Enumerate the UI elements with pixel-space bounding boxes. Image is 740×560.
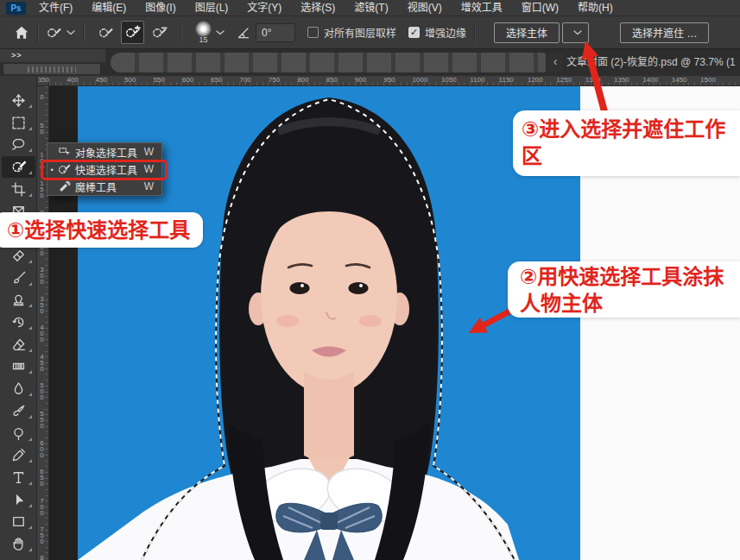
ruler-label: 800 bbox=[38, 554, 46, 560]
history-brush-tool[interactable] bbox=[2, 311, 35, 333]
quick-selection-tool[interactable] bbox=[2, 156, 35, 178]
dodge-tool[interactable] bbox=[2, 423, 35, 444]
chevron-down-icon[interactable] bbox=[216, 30, 225, 35]
flyout-quick-selection-tool[interactable]: ▪ 快速选择工具 W bbox=[47, 160, 161, 178]
menu-filter[interactable]: 滤镜(T) bbox=[345, 0, 397, 16]
tool-preset-picker[interactable] bbox=[47, 25, 75, 41]
separator bbox=[474, 22, 476, 43]
angle-input[interactable] bbox=[256, 23, 295, 42]
flyout-item-shortcut: W bbox=[144, 180, 161, 192]
separator bbox=[83, 22, 85, 43]
select-subject-dropdown[interactable] bbox=[562, 22, 589, 43]
menu-type[interactable]: 文字(Y) bbox=[237, 0, 291, 16]
flyout-object-selection-tool[interactable]: 对象选择工具 W bbox=[47, 143, 161, 160]
add-to-selection-mode[interactable] bbox=[121, 21, 144, 44]
menu-layer[interactable]: 图层(L) bbox=[186, 0, 238, 16]
rectangular-marquee-tool[interactable] bbox=[2, 112, 35, 134]
gradient-tool[interactable] bbox=[2, 356, 35, 377]
menu-view[interactable]: 视图(V) bbox=[398, 0, 452, 16]
ruler-label: 950 bbox=[383, 76, 395, 84]
path-selection-tool[interactable] bbox=[2, 489, 35, 511]
angle-icon bbox=[237, 26, 250, 40]
ruler-label: 850 bbox=[326, 76, 338, 84]
ruler-label: 1050 bbox=[441, 76, 457, 84]
ruler-label: 450 bbox=[38, 353, 46, 371]
flyout-item-label: 快速选择工具 bbox=[75, 162, 137, 177]
zoom-tool[interactable] bbox=[2, 556, 35, 560]
sample-all-layers-label: 对所有图层取样 bbox=[324, 25, 396, 40]
type-tool[interactable] bbox=[2, 467, 35, 488]
move-tool[interactable] bbox=[2, 90, 35, 111]
crop-tool[interactable] bbox=[2, 179, 35, 200]
menu-edit[interactable]: 编辑(E) bbox=[82, 0, 136, 16]
ruler-label: 600 bbox=[38, 439, 46, 457]
document-tab[interactable]: 文章封面 (2)-恢复的.psd @ 73.7% (1 bbox=[566, 49, 740, 76]
new-selection-mode[interactable] bbox=[94, 21, 117, 44]
brush-tool[interactable] bbox=[2, 267, 35, 289]
ruler-label: 900 bbox=[355, 76, 366, 84]
eraser-tool[interactable] bbox=[2, 334, 35, 356]
chevron-down-icon bbox=[573, 30, 582, 35]
ruler-label: 400 bbox=[66, 76, 78, 84]
ruler-label: 800 bbox=[297, 76, 308, 84]
flyout-magic-wand-tool[interactable]: 魔棒工具 W bbox=[47, 178, 161, 195]
blur-tool[interactable] bbox=[2, 378, 35, 400]
annotation-step3-line2: 区 bbox=[522, 142, 740, 169]
lasso-tool[interactable] bbox=[2, 134, 35, 155]
select-subject-button[interactable]: 选择主体 bbox=[494, 22, 560, 43]
ruler-label: 350 bbox=[38, 76, 49, 84]
ruler-label: 400 bbox=[38, 324, 46, 342]
options-bar: 15 对所有图层取样 增强边缘 选择主体 选择并遮住 … bbox=[0, 16, 740, 49]
tab-scroll-left-icon[interactable]: ‹ bbox=[547, 53, 563, 72]
menu-list: 文件(F)编辑(E)图像(I)图层(L)文字(Y)选择(S)滤镜(T)视图(V)… bbox=[29, 0, 623, 16]
annotation-step2: ②用快速选择工具涂抹 人物主体 bbox=[508, 261, 740, 318]
menu-select[interactable]: 选择(S) bbox=[291, 0, 345, 16]
menu-image[interactable]: 图像(I) bbox=[136, 0, 185, 16]
ruler-label: 600 bbox=[182, 76, 193, 84]
collapse-panels-icon[interactable]: >> bbox=[0, 49, 105, 62]
ruler-label: 650 bbox=[38, 468, 46, 486]
photoshop-logo: Ps bbox=[6, 2, 26, 15]
annotation-step1: ①选择快速选择工具 bbox=[0, 212, 203, 248]
enhance-edge-checkbox[interactable] bbox=[408, 27, 420, 38]
ruler-label: 650 bbox=[211, 76, 222, 84]
select-and-mask-button[interactable]: 选择并遮住 … bbox=[620, 22, 709, 43]
ruler-label: 500 bbox=[38, 381, 46, 400]
ruler-label: 550 bbox=[153, 76, 164, 84]
menu-plugins[interactable]: 增效工具 bbox=[452, 0, 512, 16]
ruler-label: 700 bbox=[38, 497, 46, 515]
ruler-label: 550 bbox=[38, 410, 46, 428]
tab-strip-scrollbar[interactable] bbox=[111, 53, 546, 72]
annotation-step2-line2: 人物主体 bbox=[520, 290, 740, 317]
ruler-label: 750 bbox=[38, 525, 46, 544]
rectangle-tool[interactable] bbox=[2, 511, 35, 532]
annotation-step3-line1: ③进入选择并遮住工作 bbox=[522, 116, 740, 142]
pen-tool[interactable] bbox=[2, 444, 35, 466]
spot-healing-brush-tool[interactable] bbox=[2, 245, 35, 267]
annotation-step3: ③进入选择并遮住工作 区 bbox=[513, 110, 740, 176]
ruler-label: 500 bbox=[124, 76, 136, 84]
ruler-label: 1400 bbox=[642, 76, 658, 84]
separator bbox=[180, 22, 182, 43]
flyout-item-label: 对象选择工具 bbox=[75, 145, 137, 160]
brush-size-picker[interactable]: 15 bbox=[195, 21, 212, 44]
separator bbox=[37, 22, 39, 43]
subtract-from-selection-mode[interactable] bbox=[148, 21, 171, 44]
sample-all-layers-checkbox[interactable] bbox=[307, 27, 319, 38]
collapsed-panel[interactable] bbox=[3, 64, 100, 74]
ruler-label: 1100 bbox=[470, 76, 484, 84]
flyout-item-shortcut: W bbox=[144, 146, 161, 158]
menu-help[interactable]: 帮助(H) bbox=[568, 0, 623, 16]
ruler-label: 1350 bbox=[614, 76, 629, 84]
ruler-label: 1500 bbox=[700, 76, 716, 84]
menu-file[interactable]: 文件(F) bbox=[29, 0, 82, 16]
clone-stamp-tool[interactable] bbox=[2, 289, 35, 311]
hand-tool[interactable] bbox=[2, 533, 35, 555]
menu-window[interactable]: 窗口(W) bbox=[512, 0, 568, 16]
tool-icon bbox=[58, 163, 71, 176]
tool-icon bbox=[58, 180, 71, 193]
home-icon[interactable] bbox=[14, 25, 29, 41]
smudge-tool[interactable] bbox=[2, 400, 35, 422]
ruler-label: 750 bbox=[269, 76, 280, 84]
tool-bar bbox=[0, 76, 37, 560]
